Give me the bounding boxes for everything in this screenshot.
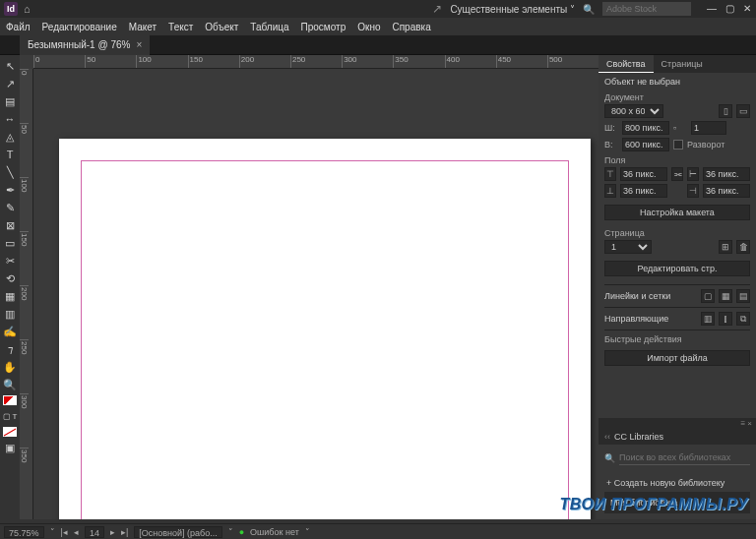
page-nav-prev-icon[interactable]: ◂ — [74, 527, 79, 537]
apply-container-icon[interactable]: ▢ T — [0, 407, 20, 425]
menu-help[interactable]: Справка — [392, 22, 430, 32]
pencil-tool[interactable]: ✎ — [0, 199, 20, 216]
library-search-input[interactable] — [619, 450, 750, 465]
import-file-button[interactable]: Импорт файла — [604, 350, 750, 366]
stock-search-input[interactable] — [602, 2, 691, 16]
guides-icon-1[interactable]: ▥ — [701, 312, 715, 326]
menu-edit[interactable]: Редактирование — [42, 22, 117, 32]
margin-bottom-input[interactable] — [620, 184, 667, 198]
gradient-feather-tool[interactable]: ▥ — [0, 305, 20, 323]
rectangle-frame-tool[interactable]: ⊠ — [0, 216, 20, 234]
menu-text[interactable]: Текст — [168, 22, 193, 32]
page-nav-first-icon[interactable]: |◂ — [61, 527, 68, 537]
menu-window[interactable]: Окно — [357, 22, 380, 32]
guides-icon-3[interactable]: ⧉ — [736, 312, 750, 326]
margin-guide — [81, 160, 569, 519]
guides-icon-2[interactable]: ⫿ — [719, 312, 732, 326]
gap-tool[interactable]: ↔ — [0, 110, 20, 128]
layout-settings-button[interactable]: Настройка макета — [604, 205, 750, 220]
ruler-toggle-icon[interactable]: ▢ — [701, 289, 715, 303]
create-library-button[interactable]: + Создать новую библиотеку — [604, 474, 750, 492]
orientation-portrait-icon[interactable]: ▯ — [719, 104, 732, 118]
vertical-ruler[interactable]: 0 50 100 150 200 250 300 350 — [20, 69, 33, 519]
link-margins-icon[interactable]: ⫘ — [671, 167, 683, 181]
default-fill-icon[interactable] — [3, 427, 17, 437]
page-nav-last-icon[interactable]: ▸| — [121, 527, 128, 537]
width-input[interactable] — [622, 121, 669, 135]
home-icon[interactable]: ⌂ — [24, 3, 31, 15]
menu-layout[interactable]: Макет — [129, 22, 157, 32]
pages-icon: ▫ — [673, 123, 687, 133]
cloud-icon[interactable]: ↗ — [432, 2, 442, 16]
width-label: Ш: — [604, 123, 618, 133]
preflight-profile[interactable]: [Основной] (рабо... — [134, 526, 221, 538]
delete-page-icon[interactable]: 🗑 — [736, 240, 750, 254]
document-page[interactable] — [59, 139, 591, 519]
note-tool[interactable]: ✍ — [0, 323, 20, 340]
document-tab[interactable]: Безымянный-1 @ 76% × — [20, 35, 150, 55]
margin-top-icon: ⊤ — [604, 167, 616, 181]
baseline-grid-icon[interactable]: ▤ — [736, 289, 750, 303]
status-bar: 75.75% ˅ |◂ ◂ 14 ▸ ▸| [Основной] (рабо..… — [0, 523, 756, 539]
tab-pages[interactable]: Страницы — [654, 55, 711, 73]
type-tool[interactable]: T — [0, 146, 20, 163]
gradient-swatch-tool[interactable]: ▦ — [0, 287, 20, 305]
page-nav-field[interactable]: 14 — [85, 526, 104, 538]
cc-libraries-header[interactable]: CC Libraries — [598, 429, 756, 445]
scissors-tool[interactable]: ✂ — [0, 252, 20, 270]
zoom-field[interactable]: 75.75% — [4, 526, 44, 538]
watermark: ТВОИ ПРОГРАММЫ.РУ — [560, 496, 749, 513]
chevron-down-icon[interactable]: ˅ — [305, 527, 310, 537]
spread-checkbox[interactable] — [673, 140, 683, 150]
page-tool[interactable]: ▤ — [0, 92, 20, 110]
selection-status: Объект не выбран — [604, 77, 750, 87]
workspace-switcher[interactable]: Существенные элементы ˅ — [450, 4, 575, 15]
view-mode-icon[interactable]: ▣ — [0, 439, 20, 456]
fill-stroke-swatch[interactable] — [3, 395, 17, 405]
search-icon: 🔍 — [604, 453, 615, 463]
minimize-button[interactable]: — — [707, 4, 717, 14]
hand-tool[interactable]: ✋ — [0, 358, 20, 376]
page-nav-next-icon[interactable]: ▸ — [110, 527, 115, 537]
pages-count-input[interactable] — [691, 121, 726, 135]
tab-close-icon[interactable]: × — [136, 39, 142, 50]
maximize-button[interactable]: ▢ — [724, 4, 734, 14]
orientation-landscape-icon[interactable]: ▭ — [736, 104, 750, 118]
tab-properties[interactable]: Свойства — [598, 55, 654, 73]
margin-left-input[interactable] — [703, 167, 750, 181]
selection-tool[interactable]: ↖ — [0, 57, 20, 75]
page-select[interactable]: 1 — [604, 240, 652, 254]
menu-object[interactable]: Объект — [205, 22, 238, 32]
zoom-tool[interactable]: 🔍 — [0, 376, 20, 393]
margin-top-input[interactable] — [620, 167, 667, 181]
grid-toggle-icon[interactable]: ▦ — [719, 289, 732, 303]
menu-table[interactable]: Таблица — [250, 22, 288, 32]
eyedropper-tool[interactable]: ⁊ — [0, 340, 20, 358]
transform-tool[interactable]: ⟲ — [0, 270, 20, 287]
menu-file[interactable]: Файл — [6, 22, 31, 32]
document-section-label: Документ — [604, 92, 750, 102]
doc-preset-select[interactable]: 800 x 600 — [604, 104, 663, 118]
margin-bottom-icon: ⊥ — [604, 184, 616, 198]
chevron-down-icon[interactable]: ˅ — [228, 527, 233, 537]
search-icon: 🔍 — [583, 4, 595, 15]
menu-view[interactable]: Просмотр — [301, 22, 346, 32]
page-section-label: Страница — [604, 228, 750, 238]
direct-select-tool[interactable]: ↗ — [0, 75, 20, 92]
pen-tool[interactable]: ✒ — [0, 181, 20, 199]
canvas-area[interactable]: 0 50 100 150 200 250 300 350 400 450 500… — [20, 55, 598, 519]
close-button[interactable]: ✕ — [742, 4, 752, 14]
edit-page-button[interactable]: Редактировать стр. — [604, 261, 750, 276]
line-tool[interactable]: ╲ — [0, 163, 20, 181]
quick-actions-label: Быстрые действия — [604, 334, 750, 344]
horizontal-ruler[interactable]: 0 50 100 150 200 250 300 350 400 450 500 — [33, 55, 598, 69]
chevron-down-icon[interactable]: ˅ — [50, 527, 55, 537]
new-page-icon[interactable]: ⊞ — [719, 240, 732, 254]
content-tool[interactable]: ◬ — [0, 128, 20, 146]
rectangle-tool[interactable]: ▭ — [0, 234, 20, 252]
tab-label: Безымянный-1 @ 76% — [28, 39, 130, 50]
rulers-grids-label: Линейки и сетки — [604, 291, 697, 301]
margin-right-input[interactable] — [703, 184, 750, 198]
height-input[interactable] — [622, 138, 669, 151]
properties-panel: Свойства Страницы Объект не выбран Докум… — [598, 55, 756, 519]
